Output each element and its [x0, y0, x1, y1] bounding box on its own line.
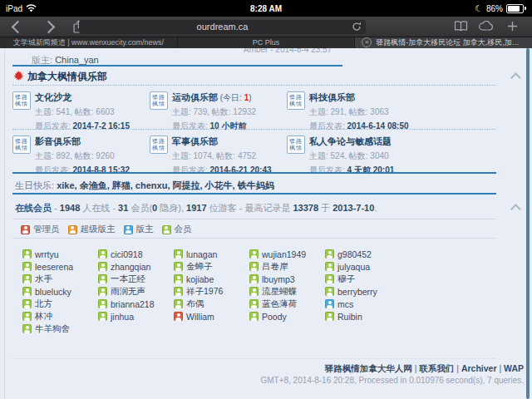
member-link[interactable]: berryberry — [337, 287, 377, 297]
forum-title-row: 私人争论与敏感话题 — [309, 135, 394, 148]
member-link[interactable]: 蓝色薄荷 — [262, 298, 297, 310]
back-button[interactable] — [12, 20, 25, 33]
member-role-icon — [249, 299, 259, 308]
member-link[interactable]: cici0918 — [111, 249, 143, 259]
forum-title[interactable]: 科技俱乐部 — [309, 92, 355, 102]
forum-cell[interactable]: 驿路枫情文化沙龙主题: 541, 帖数: 6603最后发表: 2014-7-2 … — [12, 89, 150, 132]
member-link[interactable]: 牛羊狗舍 — [35, 323, 70, 335]
member-row: lunagan — [174, 248, 249, 260]
member-link[interactable]: wujian1949 — [262, 249, 306, 259]
member-link[interactable]: zhangqian — [111, 262, 150, 272]
forum-cell[interactable]: 驿路枫情军事俱乐部主题: 1074, 帖数: 4752最后发表: 2014-6-… — [150, 133, 287, 176]
member-link[interactable]: 吕卷岸 — [262, 261, 288, 273]
footer-info: GMT+8, 2014-8-16 20:28, Processed in 0.0… — [166, 376, 524, 385]
footer-link[interactable]: WAP — [504, 363, 524, 373]
tab-pcplus[interactable]: PC Plus — [178, 37, 355, 48]
member-link[interactable]: 祥子1976 — [186, 286, 223, 298]
divider — [12, 172, 496, 174]
footer-link[interactable]: Archiver — [461, 363, 497, 373]
member-link[interactable]: g980452 — [337, 249, 372, 259]
member-grid: wrrtyuleeserena水手bluelucky北方林冲牛羊狗舍cici09… — [22, 248, 401, 335]
member-link[interactable]: 金蝉子 — [186, 261, 213, 273]
forum-seal-icon: 驿路枫情 — [150, 135, 168, 154]
legend-item: 超级版主 — [68, 224, 116, 235]
member-row: Poody — [249, 310, 325, 323]
member-link[interactable]: 北方 — [35, 298, 52, 310]
status-bar: iPad 8:28 AM ☾ 86% — [0, 0, 532, 17]
forum-seal-text: 驿路 — [152, 138, 165, 145]
forum-cell[interactable]: 驿路枫情科技俱乐部主题: 291, 帖数: 3063最后发表: 2014-6-1… — [287, 89, 496, 132]
member-link[interactable]: Ruibin — [337, 312, 362, 322]
member-row: Ruibin — [325, 310, 401, 323]
member-role-icon — [174, 312, 183, 321]
member-column: wrrtyuleeserena水手bluelucky北方林冲牛羊狗舍 — [22, 248, 98, 335]
member-link[interactable]: 穆子 — [337, 273, 355, 285]
member-role-icon — [22, 262, 32, 271]
member-row: bluelucky — [22, 285, 98, 298]
member-link[interactable]: wrrtyu — [35, 249, 59, 259]
forum-cell[interactable]: 驿路枫情私人争论与敏感话题主题: 524, 帖数: 3040最后发表: 4 天前… — [287, 133, 496, 176]
forum-seal-icon: 驿路枫情 — [150, 91, 168, 110]
forum-cell[interactable]: 驿路枫情运动俱乐部 (今日: 1)主题: 739, 帖数: 12932最后发表:… — [150, 89, 287, 132]
forum-stats: 主题: 541, 帖数: 6603 — [35, 106, 130, 118]
url-bar[interactable]: ourdream.ca — [79, 20, 366, 34]
forum-title[interactable]: 影音俱乐部 — [35, 136, 81, 146]
member-row: berryberry — [325, 285, 401, 298]
user-icon — [21, 225, 30, 234]
birthday-names[interactable]: xike, 余渔鱼, 胖猫, chenxu, 阿提拉, 小花牛, 铁牛妈妈 — [57, 180, 274, 190]
forum-seal-text: 枫情 — [152, 101, 165, 107]
tab-ourdream-active[interactable]: 驿路枫情-加拿大移民论坛 加拿大,移民,加拿大移民,加... — [355, 37, 532, 48]
forum-info: 科技俱乐部主题: 291, 帖数: 3063最后发表: 2014-6-14 08… — [309, 91, 409, 132]
url-text: ourdream.ca — [197, 22, 249, 32]
icloud-tabs-button[interactable] — [479, 21, 494, 32]
birthday-label: 生日快乐: — [15, 180, 54, 190]
member-link[interactable]: 雨润无声 — [111, 286, 145, 298]
divider — [12, 65, 342, 66]
footer-link[interactable]: 驿路枫情加拿大华人网 — [325, 363, 412, 373]
forum-title[interactable]: 私人争论与敏感话题 — [309, 136, 392, 146]
user-icon — [68, 225, 77, 234]
legend-label: 版主 — [136, 224, 154, 235]
tab-wenxuecity[interactable]: 文学城新闻频道 | www.wenxuecity.com/news/ — [0, 37, 177, 48]
new-tab-button[interactable] — [507, 21, 518, 32]
forum-title-row: 科技俱乐部 — [309, 91, 409, 104]
member-link[interactable]: 水手 — [35, 273, 52, 285]
member-link[interactable]: William — [186, 312, 214, 322]
member-link[interactable]: jinhua — [111, 312, 134, 322]
forward-button[interactable] — [42, 20, 56, 33]
forum-title[interactable]: 军事俱乐部 — [172, 136, 218, 146]
member-link[interactable]: 流星蝴蝶 — [262, 286, 297, 298]
member-link[interactable]: lunagan — [186, 249, 217, 259]
moderator-link[interactable]: China_yan — [55, 55, 99, 65]
member-role-icon — [98, 274, 107, 283]
member-link[interactable]: 一本正经 — [111, 273, 145, 285]
divider — [12, 219, 496, 219]
member-link[interactable]: leeserena — [35, 262, 73, 272]
member-link[interactable]: brianna218 — [111, 299, 155, 309]
member-role-icon — [325, 262, 334, 271]
member-row: 布偶 — [174, 298, 249, 310]
collapse-online-icon[interactable] — [510, 204, 521, 214]
member-link[interactable]: Poody — [262, 312, 287, 322]
member-link[interactable]: bluelucky — [35, 287, 71, 297]
forum-title[interactable]: 文化沙龙 — [35, 92, 71, 102]
member-link[interactable]: lbuymp3 — [262, 274, 295, 284]
refresh-button[interactable] — [352, 22, 362, 36]
screen: iPad 8:28 AM ☾ 86% ourdream.ca — [0, 0, 532, 399]
forum-title[interactable]: 运动俱乐部 — [172, 92, 218, 102]
close-tab-icon[interactable] — [362, 37, 372, 47]
footer-link[interactable]: 联系我们 — [419, 363, 454, 373]
member-link[interactable]: 林冲 — [35, 311, 52, 323]
member-link[interactable]: kojiabe — [186, 274, 214, 284]
plus-icon — [507, 21, 518, 32]
collapse-section-icon[interactable] — [510, 72, 521, 83]
forum-lastpost: 最后发表: 10 小时前 — [172, 121, 256, 132]
scrollbar[interactable] — [526, 48, 530, 399]
forum-stats: 主题: 1074, 帖数: 4752 — [172, 150, 272, 162]
forum-cell[interactable]: 驿路枫情影音俱乐部主题: 892, 帖数: 9260最后发表: 2014-8-8… — [12, 133, 150, 176]
member-link[interactable]: 布偶 — [186, 298, 204, 310]
member-row: kojiabe — [174, 273, 249, 285]
member-link[interactable]: julyaqua — [337, 262, 370, 272]
bookmarks-button[interactable] — [454, 21, 468, 32]
member-link[interactable]: mcs — [337, 299, 353, 309]
